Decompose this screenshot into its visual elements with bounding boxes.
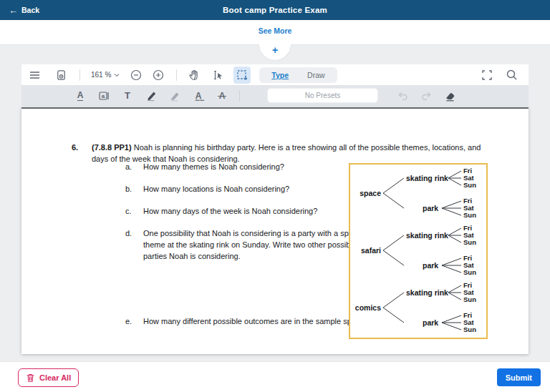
zoom-out-icon[interactable] [129, 68, 143, 82]
page-title: Boot camp Practice Exam [223, 6, 327, 14]
strikethrough-icon[interactable]: A [215, 89, 229, 103]
zoom-in-icon[interactable] [151, 68, 165, 82]
toolbar-divider [176, 69, 177, 81]
pen-icon[interactable] [144, 89, 158, 103]
tree-location-label: skating rink [406, 231, 448, 240]
clear-all-button[interactable]: Clear All [18, 368, 79, 387]
sub-letter: c. [125, 206, 143, 217]
tree-day-label: Sun [463, 268, 476, 276]
eraser-icon[interactable] [443, 89, 457, 103]
zoom-level-value: 161 % [91, 71, 111, 79]
search-icon[interactable] [504, 68, 518, 82]
sub-text: One possibility that Noah is considering… [143, 228, 371, 263]
tree-theme-label: comics [355, 303, 381, 312]
sub-question-c: c. How many days of the week is Noah con… [125, 206, 371, 217]
sub-text: How many locations is Noah considering? [143, 184, 371, 195]
see-more-link[interactable]: See More [0, 26, 550, 35]
tree-location-label: park [423, 318, 438, 327]
redo-icon[interactable] [419, 89, 433, 103]
presets-dropdown[interactable]: No Presets [267, 88, 378, 103]
tree-location-label: park [423, 261, 438, 270]
submit-button[interactable]: Submit [497, 368, 541, 386]
tab-draw[interactable]: Draw [298, 69, 334, 81]
top-header-bar: ← Back Boot camp Practice Exam [0, 0, 550, 20]
clear-all-label: Clear All [39, 373, 71, 382]
back-label: Back [21, 6, 39, 14]
zoom-level-dropdown[interactable]: 161 % [91, 71, 120, 79]
presets-placeholder: No Presets [305, 92, 340, 99]
tree-day-label: Sun [463, 325, 476, 333]
back-arrow-icon: ← [9, 6, 18, 15]
plus-icon: + [272, 44, 278, 56]
footer-bar: Clear All Submit [0, 361, 550, 392]
note-text-icon[interactable]: a [97, 89, 111, 103]
back-button[interactable]: ← Back [9, 0, 39, 20]
annotation-toolbar: A a T A∼∼ A No Presets [21, 85, 529, 106]
see-more-strip: See More [0, 20, 550, 44]
question-body: Noah is planning his birthday party. Her… [92, 143, 481, 163]
toolbar-divider [79, 69, 80, 81]
document-page[interactable]: 6. (7.8.8 PP1) Noah is planning his birt… [21, 107, 529, 354]
hand-tool-icon[interactable] [187, 68, 201, 82]
tree-location-label: park [423, 204, 438, 212]
text-select-icon[interactable] [211, 68, 225, 82]
tree-theme-label: space [360, 189, 381, 197]
chevron-down-icon [114, 73, 120, 77]
sub-letter: b. [125, 184, 143, 195]
sub-letter: d. [125, 228, 143, 263]
tree-diagram: spaceskating rinkparkFriSatSunFriSatSuns… [349, 163, 488, 339]
toolbar-divider [239, 90, 240, 102]
tree-location-label: skating rink [406, 174, 448, 182]
text-tool-icon[interactable]: T [120, 89, 135, 103]
underline-text-icon[interactable]: A [73, 89, 87, 103]
tree-day-label: Sun [463, 295, 476, 303]
tree-day-label: Sun [463, 238, 476, 246]
tree-day-label: Sun [463, 181, 476, 189]
question-number: 6. [72, 142, 78, 154]
marquee-select-icon[interactable] [233, 67, 251, 84]
fullscreen-icon[interactable] [480, 68, 494, 82]
sub-text: How many themes is Noah considering? [143, 162, 371, 173]
tree-theme-label: safari [361, 246, 381, 255]
undo-icon[interactable] [395, 89, 410, 103]
tab-type[interactable]: Type [262, 69, 298, 81]
sub-text: How many days of the week is Noah consid… [143, 206, 371, 217]
sub-question-d: d. One possibility that Noah is consider… [125, 228, 371, 263]
tree-day-label: Sun [463, 211, 476, 219]
viewer-toolbar: 161 % Type Draw [21, 64, 529, 85]
svg-text:a: a [102, 93, 105, 99]
tree-location-label: skating rink [406, 288, 448, 297]
sub-question-a: a. How many themes is Noah considering? [125, 162, 371, 173]
sub-letter: a. [125, 162, 143, 173]
question-tag: (7.8.8 PP1) [92, 143, 132, 152]
sub-question-e: e. How many different possible outcomes … [125, 316, 371, 328]
page-settings-icon[interactable] [54, 68, 68, 82]
viewer-workspace: 161 % Type Draw [0, 45, 550, 361]
menu-icon[interactable] [27, 68, 42, 82]
sub-question-b: b. How many locations is Noah considerin… [125, 184, 371, 195]
squiggly-underline-icon[interactable]: A∼∼ [191, 89, 206, 103]
sub-text: How many different possible outcomes are… [143, 316, 371, 328]
document-content: 6. (7.8.8 PP1) Noah is planning his birt… [21, 109, 529, 354]
app-root: ← Back Boot camp Practice Exam See More … [0, 0, 550, 392]
mode-tabs: Type Draw [259, 67, 337, 83]
trash-icon [26, 373, 35, 383]
sub-letter: e. [125, 316, 143, 328]
highlighter-icon[interactable] [168, 89, 182, 103]
